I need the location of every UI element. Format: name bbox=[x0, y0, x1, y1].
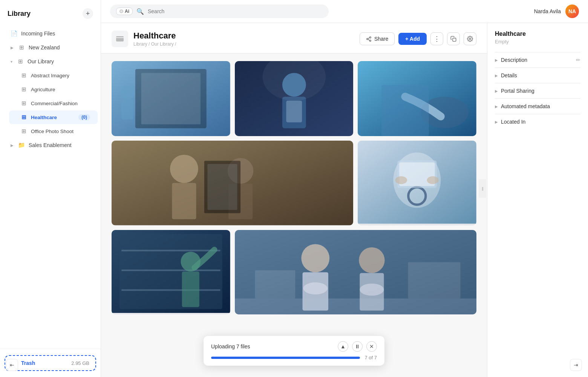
image-cell-6[interactable] bbox=[112, 230, 230, 314]
main-content: Ai 🔍 Narda Avila NA bbox=[101, 0, 588, 377]
healthcare-icon: ⊞ bbox=[20, 114, 27, 121]
settings-button[interactable] bbox=[464, 32, 476, 45]
panel-section-automated-left: ▶ Automated metadata bbox=[495, 103, 550, 109]
edit-icon-description[interactable]: ✏ bbox=[576, 57, 580, 63]
gallery-header: Healthcare Library / Our Library / Share bbox=[101, 23, 487, 54]
svg-rect-27 bbox=[207, 164, 237, 210]
add-label: + Add bbox=[405, 36, 420, 42]
share-button[interactable]: Share bbox=[360, 32, 395, 45]
sidebar-item-office-label: Office Photo Shoot bbox=[31, 129, 74, 134]
sidebar-item-our-library-label: Our Library bbox=[28, 58, 54, 64]
panel-section-details[interactable]: ▶ Details bbox=[495, 67, 580, 83]
image-cell-1[interactable] bbox=[112, 61, 230, 136]
right-panel: Healthcare Empty ▶ Description ✏ ▶ Detai… bbox=[487, 23, 588, 377]
chevron-right-icon-sales: ▶ bbox=[11, 143, 14, 147]
grid-icon: ⊞ bbox=[17, 58, 24, 65]
svg-point-33 bbox=[395, 176, 407, 184]
sidebar-item-office-photo-shoot[interactable]: ⊞ Office Photo Shoot bbox=[9, 124, 98, 138]
panel-title: Healthcare bbox=[495, 31, 580, 37]
upload-controls: ▲ ⏸ ✕ bbox=[338, 341, 377, 352]
panel-section-located-label: Located In bbox=[501, 119, 525, 125]
image-cell-5[interactable] bbox=[358, 141, 476, 225]
svg-point-22 bbox=[170, 155, 198, 183]
sidebar-header: Library + bbox=[0, 0, 101, 25]
expand-upload-button[interactable]: ▲ bbox=[338, 341, 348, 352]
sidebar-item-healthcare[interactable]: ⊞ Healthcare (0) bbox=[9, 110, 98, 124]
right-collapse-button[interactable]: ⇥ bbox=[570, 359, 582, 371]
progress-track bbox=[211, 357, 360, 359]
close-upload-button[interactable]: ✕ bbox=[366, 341, 377, 352]
folder-icon: 📄 bbox=[11, 30, 17, 37]
sidebar-item-sales-enablement[interactable]: ▶ 📁 Sales Enablement bbox=[3, 138, 98, 152]
panel-section-description[interactable]: ▶ Description ✏ bbox=[495, 52, 580, 67]
more-icon: ⋮ bbox=[433, 35, 440, 43]
upload-bar-top: Uploading 7 files ▲ ⏸ ✕ bbox=[211, 341, 377, 352]
sidebar-add-button[interactable]: + bbox=[83, 8, 93, 19]
chevron-right-automated: ▶ bbox=[495, 104, 498, 109]
search-input[interactable] bbox=[148, 8, 323, 14]
user-area: Narda Avila NA bbox=[534, 5, 579, 18]
panel-section-details-left: ▶ Details bbox=[495, 72, 517, 78]
gallery-title: Healthcare bbox=[133, 31, 176, 41]
add-button[interactable]: + Add bbox=[398, 33, 427, 45]
svg-rect-41 bbox=[182, 271, 199, 307]
sidebar-nav: 📄 Incoming Files ▶ ⊞ New Zealand ▾ ⊞ Our… bbox=[0, 25, 101, 349]
chevron-down-icon: ▾ bbox=[11, 60, 12, 64]
svg-rect-49 bbox=[235, 298, 476, 314]
image-cell-4[interactable] bbox=[112, 141, 353, 225]
trash-label: Trash bbox=[21, 360, 35, 366]
svg-rect-12 bbox=[121, 100, 133, 120]
image-cell-2[interactable] bbox=[235, 61, 354, 136]
svg-point-1 bbox=[369, 37, 371, 38]
sidebar-item-abstract-imagery[interactable]: ⊞ Abstract Imagery bbox=[9, 69, 98, 82]
office-icon: ⊞ bbox=[20, 128, 27, 135]
gallery-pane: Healthcare Library / Our Library / Share bbox=[101, 23, 487, 377]
progress-label: 7 of 7 bbox=[364, 355, 377, 360]
sidebar-item-agriculture[interactable]: ⊞ Agriculture bbox=[9, 83, 98, 96]
sidebar-item-our-library[interactable]: ▾ ⊞ Our Library bbox=[3, 55, 98, 68]
more-button[interactable]: ⋮ bbox=[430, 32, 443, 45]
panel-section-automated-label: Automated metadata bbox=[501, 103, 550, 109]
folder-icon-sales: 📁 bbox=[18, 142, 25, 149]
sidebar-item-commercial-fashion[interactable]: ⊞ Commercial/Fashion bbox=[9, 97, 98, 110]
sidebar-item-new-zealand-label: New Zealand bbox=[29, 44, 60, 51]
svg-point-34 bbox=[427, 176, 439, 184]
trash-size: 2.95 GB bbox=[71, 360, 89, 366]
panel-section-automated-metadata[interactable]: ▶ Automated metadata bbox=[495, 98, 580, 114]
image-cell-3[interactable] bbox=[358, 61, 476, 136]
image-cell-7[interactable] bbox=[235, 230, 476, 314]
ai-badge[interactable]: Ai bbox=[116, 8, 133, 15]
ai-label: Ai bbox=[125, 9, 129, 14]
svg-point-43 bbox=[301, 244, 329, 272]
sidebar-item-incoming-files[interactable]: 📄 Incoming Files bbox=[3, 27, 98, 40]
trash-button[interactable]: 🗑 Trash 2.95 GB bbox=[5, 355, 96, 371]
header-actions: Share + Add ⋮ bbox=[360, 32, 476, 45]
sidebar-item-new-zealand[interactable]: ▶ ⊞ New Zealand bbox=[3, 41, 98, 54]
folder-icon-nz: ⊞ bbox=[18, 44, 25, 51]
pause-upload-button[interactable]: ⏸ bbox=[352, 341, 363, 352]
svg-rect-20 bbox=[381, 85, 429, 136]
gallery-title-group: Healthcare Library / Our Library / bbox=[133, 31, 176, 47]
sidebar-collapse-button[interactable]: ⇤ bbox=[6, 359, 18, 371]
svg-point-48 bbox=[360, 284, 384, 296]
svg-point-11 bbox=[120, 86, 135, 100]
svg-rect-38 bbox=[121, 270, 220, 271]
copy-button[interactable] bbox=[447, 32, 460, 45]
svg-rect-6 bbox=[453, 38, 456, 41]
upload-label: Uploading 7 files bbox=[211, 343, 250, 349]
healthcare-badge: (0) bbox=[78, 114, 90, 120]
svg-rect-51 bbox=[408, 262, 460, 298]
panel-section-portal-left: ▶ Portal Sharing bbox=[495, 88, 534, 94]
panel-section-located-in[interactable]: ▶ Located In bbox=[495, 114, 580, 129]
chevron-right-located: ▶ bbox=[495, 120, 498, 124]
svg-rect-50 bbox=[255, 270, 295, 299]
svg-point-3 bbox=[369, 40, 371, 41]
avatar[interactable]: NA bbox=[565, 5, 579, 18]
svg-rect-16 bbox=[286, 101, 302, 123]
panel-section-portal-sharing[interactable]: ▶ Portal Sharing bbox=[495, 83, 580, 98]
panel-section-details-label: Details bbox=[501, 72, 517, 78]
collapse-icon: ⇤ bbox=[10, 362, 14, 368]
sidebar-item-agriculture-label: Agriculture bbox=[31, 87, 55, 92]
ai-dot bbox=[119, 9, 123, 13]
svg-rect-39 bbox=[121, 289, 220, 291]
